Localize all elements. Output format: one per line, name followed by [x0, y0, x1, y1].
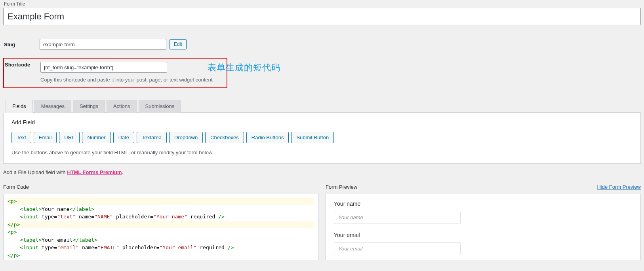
preview-label: Your email — [334, 232, 633, 238]
form-code-editor[interactable]: <p> <label>Your name</label> <input type… — [3, 194, 318, 260]
form-title-label: Form Title — [0, 0, 644, 8]
upload-note-prefix: Add a File Upload field with — [3, 169, 67, 175]
add-field-radio-buttons-button[interactable]: Radio Buttons — [246, 132, 289, 143]
upload-note-suffix: . — [122, 169, 124, 175]
add-field-email-button[interactable]: Email — [34, 132, 57, 143]
form-code-title: Form Code — [3, 184, 29, 190]
slug-label: Slug — [4, 42, 40, 47]
add-field-url-button[interactable]: URL — [59, 132, 80, 143]
shortcode-highlight-box: Shortcode Copy this shortcode and paste … — [3, 58, 227, 88]
add-field-text-button[interactable]: Text — [11, 132, 31, 143]
fields-panel-help: Use the buttons above to generate your f… — [11, 150, 633, 155]
add-field-heading: Add Field — [11, 119, 633, 125]
shortcode-label: Shortcode — [5, 62, 40, 68]
preview-label: Your name — [334, 201, 633, 207]
add-field-checkboxes-button[interactable]: Checkboxes — [205, 132, 244, 143]
add-field-number-button[interactable]: Number — [82, 132, 111, 143]
preview-input[interactable] — [334, 211, 461, 224]
form-preview-title: Form Preview — [326, 184, 357, 190]
slug-input[interactable] — [40, 39, 166, 50]
tabs-nav: FieldsMessagesSettingsActionsSubmissions — [6, 99, 641, 113]
tab-actions[interactable]: Actions — [107, 100, 137, 113]
form-preview-panel: Your nameYour email — [326, 194, 641, 260]
add-field-submit-button-button[interactable]: Submit Button — [291, 132, 334, 143]
add-field-date-button[interactable]: Date — [113, 132, 134, 143]
fields-panel: Add Field TextEmailURLNumberDateTextarea… — [3, 113, 641, 164]
tab-fields[interactable]: Fields — [6, 100, 33, 113]
tab-messages[interactable]: Messages — [34, 100, 71, 113]
field-type-buttons: TextEmailURLNumberDateTextareaDropdownCh… — [11, 132, 633, 143]
add-field-textarea-button[interactable]: Textarea — [137, 132, 167, 143]
tab-submissions[interactable]: Submissions — [139, 100, 181, 113]
preview-input[interactable] — [334, 242, 461, 255]
hide-form-preview-link[interactable]: Hide Form Preview — [597, 184, 641, 190]
add-field-dropdown-button[interactable]: Dropdown — [169, 132, 203, 143]
annotation-text: 表单生成的短代码 — [208, 62, 280, 74]
tab-settings[interactable]: Settings — [73, 100, 105, 113]
shortcode-input[interactable] — [40, 62, 167, 73]
html-forms-premium-link[interactable]: HTML Forms Premium — [67, 169, 122, 175]
file-upload-note: Add a File Upload field with HTML Forms … — [3, 169, 641, 175]
edit-slug-button[interactable]: Edit — [170, 39, 187, 49]
shortcode-help-text: Copy this shortcode and paste it into yo… — [5, 73, 226, 83]
form-title-input[interactable] — [3, 8, 641, 25]
